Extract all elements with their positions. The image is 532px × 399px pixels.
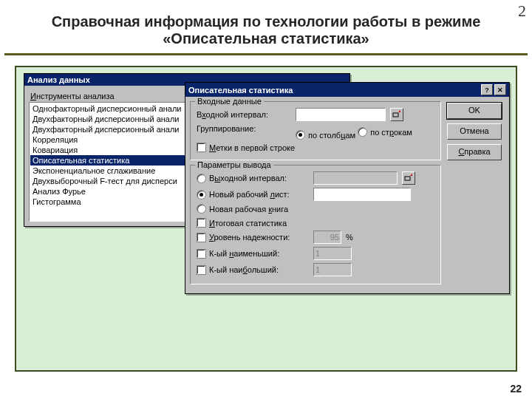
list-item[interactable]: Анализ Фурье [30, 186, 200, 197]
list-item[interactable]: Двухфакторный дисперсионный анали [30, 124, 200, 134]
by-columns-radio[interactable]: по столбцам [296, 130, 355, 140]
screenshot-area: Анализ данных Инструменты анализа Однофа… [15, 66, 517, 372]
title-rule [4, 53, 528, 55]
list-item[interactable]: Ковариация [30, 145, 200, 155]
dialog-title: Анализ данных [27, 75, 90, 84]
descriptive-stats-dialog: Описательная статистика ? ✕ Входные данн… [185, 82, 510, 294]
page-title: Справочная информация по технологии рабо… [0, 0, 532, 53]
summary-stats-check[interactable]: Итоговая статистика [197, 218, 287, 228]
refedit-icon[interactable] [402, 171, 415, 185]
percent-label: % [346, 233, 353, 242]
ok-button[interactable]: OK [447, 103, 502, 119]
dialog-titlebar[interactable]: Описательная статистика ? ✕ [185, 83, 509, 97]
list-item[interactable]: Двухвыборочный F-тест для дисперси [30, 176, 200, 186]
output-groupbox: Параметры вывода Выходной интервал: Новы… [190, 165, 441, 284]
refedit-icon[interactable] [390, 108, 403, 121]
output-legend: Параметры вывода [195, 160, 273, 169]
new-sheet-radio[interactable]: Новый рабочий лист: [197, 190, 309, 200]
input-legend: Входные данные [195, 97, 264, 106]
help-icon[interactable]: ? [481, 84, 493, 95]
by-rows-radio[interactable]: по строкам [358, 127, 412, 137]
help-button[interactable]: Справка [447, 144, 502, 160]
input-range-label: Входной интервал: [197, 110, 291, 119]
output-range-field [313, 171, 398, 185]
list-item[interactable]: Двухфакторный дисперсионный анали [30, 114, 200, 124]
tools-listbox[interactable]: Однофакторный дисперсионный анали Двухфа… [29, 102, 202, 222]
tools-label-u: И [30, 92, 36, 100]
confidence-field [313, 231, 341, 244]
list-item[interactable]: Корреляция [30, 134, 200, 145]
dialog-title: Описательная статистика [188, 86, 293, 95]
new-sheet-field[interactable] [313, 188, 411, 201]
list-item[interactable]: Гистограмма [30, 197, 200, 207]
svg-rect-0 [393, 113, 398, 117]
svg-rect-1 [405, 177, 410, 180]
kth-largest-check[interactable]: К-ый наибольший: [197, 265, 309, 275]
list-item[interactable]: Однофакторный дисперсионный анали [30, 103, 200, 114]
close-icon[interactable]: ✕ [494, 84, 506, 95]
kth-smallest-check[interactable]: К-ый наименьший: [197, 249, 309, 259]
corner-number: 2 [518, 1, 526, 21]
cancel-button[interactable]: Отмена [447, 123, 502, 140]
confidence-check[interactable]: Уровень надежности: [197, 233, 309, 242]
output-range-radio[interactable]: Выходной интервал: [197, 174, 309, 183]
page-number: 22 [510, 383, 522, 395]
input-groupbox: Входные данные Входной интервал: Группир… [190, 101, 441, 160]
list-item[interactable]: Экспоненциальное сглаживание [30, 166, 200, 176]
tools-label: нструменты анализа [36, 92, 115, 100]
kth-smallest-field [313, 247, 352, 260]
new-book-radio[interactable]: Новая рабочая книга [197, 204, 288, 214]
input-range-field[interactable] [296, 108, 386, 121]
grouping-label: Группирование: [197, 124, 291, 133]
labels-first-row-check[interactable]: Метки в первой строке [197, 143, 295, 152]
list-item-selected[interactable]: Описательная статистика [30, 155, 200, 166]
kth-largest-field [313, 263, 352, 276]
